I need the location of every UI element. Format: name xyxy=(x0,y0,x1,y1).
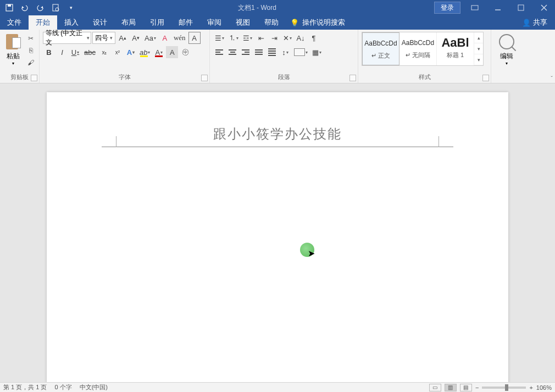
paste-button[interactable]: 粘贴 ▾ xyxy=(3,32,23,66)
numbering-button[interactable]: ⒈▾ xyxy=(227,32,240,44)
zoom-slider[interactable] xyxy=(482,387,526,389)
tab-review[interactable]: 审阅 xyxy=(200,15,229,30)
tab-home[interactable]: 开始 xyxy=(29,15,57,30)
font-color-button[interactable]: A▾ xyxy=(153,46,165,58)
zoom-level[interactable]: 106% xyxy=(536,384,552,391)
paragraph-launcher[interactable] xyxy=(349,75,356,81)
language-status[interactable]: 中文(中国) xyxy=(80,383,108,391)
document-area[interactable]: 跟小小筱学办公技能 xyxy=(0,83,555,382)
tab-view[interactable]: 视图 xyxy=(229,15,257,30)
tab-help[interactable]: 帮助 xyxy=(257,15,286,30)
gallery-down-icon[interactable]: ▾ xyxy=(474,43,483,54)
share-label: 共享 xyxy=(533,18,547,27)
shading-button[interactable]: ▾ xyxy=(292,46,309,58)
multilevel-button[interactable]: ☲▾ xyxy=(241,32,254,44)
page-header[interactable]: 跟小小筱学办公技能 xyxy=(102,125,453,147)
font-launcher[interactable] xyxy=(201,75,208,81)
font-size-combo[interactable]: 四号▾ xyxy=(92,32,115,44)
styles-launcher[interactable] xyxy=(482,75,489,81)
copy-icon[interactable]: ⎘ xyxy=(26,46,36,55)
web-layout-icon[interactable]: ▤ xyxy=(460,384,472,391)
clear-format-icon[interactable]: wén xyxy=(172,32,187,44)
enclose-char-icon[interactable]: ㊥ xyxy=(179,46,191,58)
ribbon-display-icon[interactable] xyxy=(464,0,486,15)
find-button[interactable]: 编辑 ▾ xyxy=(495,32,519,66)
styles-group-label: 样式 xyxy=(362,73,487,83)
tab-mailings[interactable]: 邮件 xyxy=(171,15,200,30)
strikethrough-button[interactable]: abc xyxy=(82,46,97,58)
line-spacing-button[interactable]: ↕▾ xyxy=(279,46,291,58)
print-preview-icon[interactable] xyxy=(51,3,60,13)
read-mode-icon[interactable]: ▭ xyxy=(429,384,441,391)
login-button[interactable]: 登录 xyxy=(434,2,460,14)
text-effects-button[interactable]: A▾ xyxy=(125,46,137,58)
maximize-icon[interactable] xyxy=(510,0,532,15)
paste-label: 粘贴 xyxy=(3,52,23,61)
header-underline xyxy=(102,147,453,147)
tell-me-search[interactable]: 💡 操作说明搜索 xyxy=(290,15,345,30)
phonetic-guide-icon[interactable]: A xyxy=(159,32,171,44)
tab-insert[interactable]: 插入 xyxy=(57,15,86,30)
share-button[interactable]: 👤 共享 xyxy=(514,15,555,30)
undo-icon[interactable] xyxy=(20,3,30,13)
decrease-indent-button[interactable]: ⇤ xyxy=(255,32,267,44)
superscript-button[interactable]: x² xyxy=(112,46,124,58)
text-direction-button[interactable]: ✕▾ xyxy=(281,32,293,44)
italic-button[interactable]: I xyxy=(56,46,68,58)
gallery-up-icon[interactable]: ▴ xyxy=(474,32,483,43)
page-count[interactable]: 第 1 页，共 1 页 xyxy=(3,383,47,391)
redo-icon[interactable] xyxy=(35,3,45,13)
character-border-icon[interactable]: A xyxy=(188,32,201,44)
lightbulb-icon: 💡 xyxy=(290,19,299,27)
sort-button[interactable]: A↓ xyxy=(295,32,307,44)
align-left-button[interactable] xyxy=(213,46,225,58)
paragraph-group-label: 段落 xyxy=(213,73,354,83)
font-name-combo[interactable]: 等线 (中文正文▾ xyxy=(43,32,91,44)
svg-rect-1 xyxy=(8,4,11,7)
align-right-button[interactable] xyxy=(240,46,252,58)
find-icon xyxy=(499,34,514,49)
tab-file[interactable]: 文件 xyxy=(0,15,29,30)
tab-layout[interactable]: 布局 xyxy=(114,15,143,30)
underline-button[interactable]: U▾ xyxy=(69,46,81,58)
borders-button[interactable]: ▦▾ xyxy=(310,46,323,58)
change-case-icon[interactable]: Aa▾ xyxy=(143,32,158,44)
gallery-more-icon[interactable]: ▾ xyxy=(474,54,483,65)
tab-design[interactable]: 设计 xyxy=(86,15,114,30)
style-heading1[interactable]: AaBl 标题 1 xyxy=(437,32,474,65)
justify-button[interactable] xyxy=(253,46,265,58)
style-no-spacing[interactable]: AaBbCcDd ↵ 无间隔 xyxy=(399,32,437,65)
format-painter-icon[interactable]: 🖌 xyxy=(26,58,36,67)
character-shading-icon[interactable]: A xyxy=(166,46,178,58)
clipboard-launcher[interactable] xyxy=(31,75,37,81)
grow-font-icon[interactable]: A▴ xyxy=(116,32,129,44)
align-center-button[interactable] xyxy=(226,46,238,58)
bold-button[interactable]: B xyxy=(43,46,55,58)
page[interactable]: 跟小小筱学办公技能 xyxy=(47,92,508,382)
style-normal[interactable]: AaBbCcDd ↵ 正文 xyxy=(362,32,399,65)
print-layout-icon[interactable]: ▥ xyxy=(445,384,457,391)
cut-icon[interactable]: ✂ xyxy=(26,34,36,43)
ribbon: 粘贴 ▾ ✂ ⎘ 🖌 剪贴板 等线 (中文正文▾ 四号▾ A▴ A▾ Aa▾ A… xyxy=(0,30,555,83)
bullets-button[interactable]: ☰▾ xyxy=(213,32,226,44)
word-count[interactable]: 0 个字 xyxy=(54,383,71,391)
tab-references[interactable]: 引用 xyxy=(143,15,171,30)
zoom-out-button[interactable]: − xyxy=(475,384,479,391)
header-text[interactable]: 跟小小筱学办公技能 xyxy=(102,125,453,145)
save-icon[interactable] xyxy=(4,3,14,13)
zoom-in-button[interactable]: + xyxy=(529,384,532,391)
close-icon[interactable] xyxy=(533,0,555,15)
increase-indent-button[interactable]: ⇥ xyxy=(268,32,280,44)
group-paragraph: ☰▾ ⒈▾ ☲▾ ⇤ ⇥ ✕▾ A↓ ¶ ↕▾ ▾ ▦▾ 段落 xyxy=(210,30,358,83)
shrink-font-icon[interactable]: A▾ xyxy=(130,32,142,44)
show-marks-button[interactable]: ¶ xyxy=(308,32,320,44)
qat-more-icon[interactable]: ▾ xyxy=(66,3,76,13)
subscript-button[interactable]: x₂ xyxy=(98,46,110,58)
mouse-pointer-icon: ➤ xyxy=(308,248,315,259)
collapse-ribbon-icon[interactable]: ˇ xyxy=(551,75,553,82)
minimize-icon[interactable] xyxy=(487,0,509,15)
title-bar: ▾ 文档1 - Word 登录 xyxy=(0,0,555,15)
highlight-button[interactable]: ab▾ xyxy=(138,46,152,58)
distribute-button[interactable] xyxy=(266,46,278,58)
group-styles: AaBbCcDd ↵ 正文 AaBbCcDd ↵ 无间隔 AaBl 标题 1 ▴… xyxy=(358,30,491,83)
